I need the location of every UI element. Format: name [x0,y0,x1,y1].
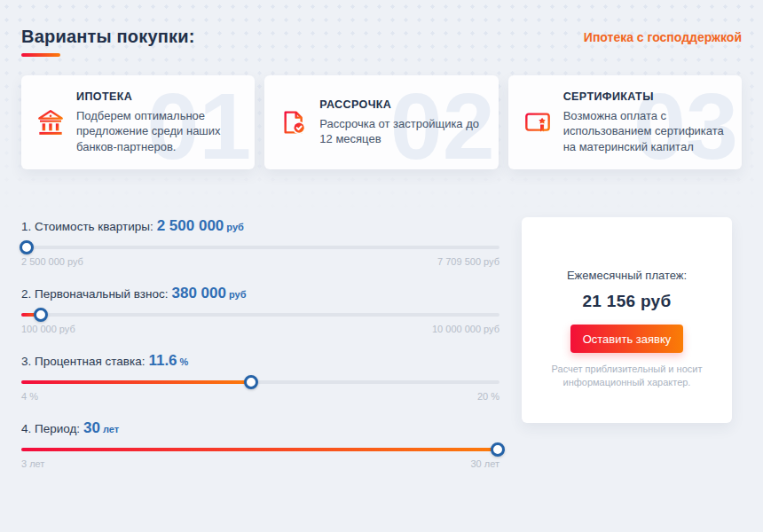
slider-value: 11.6 [148,352,177,369]
card-text: ИПОТЕКА Подберем оптимальное предложение… [76,90,244,153]
slider-handle[interactable] [244,375,258,389]
slider-track-area [21,307,499,323]
slider-unit: % [180,356,189,367]
slider-range-labels: 2 500 000 руб 7 709 500 руб [21,256,499,267]
slider-value: 380 000 [172,285,226,301]
slider-interest-rate: 3. Процентная ставка:11.6% 4 % 20 % [21,352,499,402]
slider-down-payment: 2. Первоначальный взнос:380 000руб 100 0… [21,285,499,334]
slider-max-label: 10 000 000 руб [432,324,499,334]
slider-max-label: 7 709 500 руб [437,256,499,267]
slider-handle[interactable] [34,308,48,322]
mortgage-calculator: 1. Стоимость квартиры:2 500 000руб 2 500… [21,217,742,487]
slider-handle[interactable] [491,442,505,457]
card-title: СЕРТИФИКАТЫ [563,90,731,103]
slider-min-label: 2 500 000 руб [21,256,83,267]
slider-value: 30 [83,419,100,436]
slider-label-text: 2. Первоначальный взнос: [21,287,169,301]
slider-max-label: 30 лет [470,458,499,469]
slider-label-text: 1. Стоимость квартиры: [21,220,153,233]
slider-range-labels: 100 000 руб 10 000 000 руб [21,324,499,334]
card-description: Возможна оплата с использованием сертифи… [563,108,731,153]
slider-loan-period: 4. Период:30лет 3 лет 30 лет [21,419,499,469]
slider-label: 3. Процентная ставка:11.6% [21,352,499,370]
slider-label: 2. Первоначальный взнос:380 000руб [21,285,499,302]
card-title: РАССРОЧКА [319,98,487,111]
slider-track[interactable] [21,380,499,384]
submit-application-button[interactable]: Оставить заявку [570,325,684,353]
slider-min-label: 100 000 руб [21,324,75,334]
slider-handle[interactable] [20,240,34,254]
monthly-payment-card: Ежемесячный платеж: 21 156 руб Оставить … [522,217,732,423]
slider-label: 4. Период:30лет [21,419,499,437]
card-installment[interactable]: 02 РАССРОЧКА Рассрочка от застройщика до… [264,75,498,169]
card-text: СЕРТИФИКАТЫ Возможна оплата с использова… [563,90,731,153]
card-mortgage[interactable]: 01 ИПОТЕКА Подберем оптимальное предложе… [21,75,255,169]
slider-max-label: 20 % [477,391,499,402]
purchase-options-page: Варианты покупки: Ипотека с господдержко… [0,0,763,532]
calculation-disclaimer: Расчет приблизительный и носит информаци… [545,363,709,390]
slider-track-area [21,442,499,458]
document-check-icon [279,108,309,137]
slider-label: 1. Стоимость квартиры:2 500 000руб [21,217,499,235]
page-title-block: Варианты покупки: [21,27,195,57]
slider-label-text: 4. Период: [21,422,80,435]
slider-min-label: 3 лет [21,458,44,469]
card-description: Рассрочка от застройщика до 12 месяцев [319,116,487,146]
slider-track-area [21,374,499,390]
slider-unit: руб [226,222,244,232]
bank-icon [35,108,66,137]
slider-value: 2 500 000 [157,217,224,234]
slider-unit: лет [103,424,119,434]
slider-unit: руб [229,289,247,300]
slider-track[interactable] [21,448,499,451]
slider-label-text: 3. Процентная ставка: [21,355,145,368]
slider-range-labels: 4 % 20 % [21,391,499,402]
card-title: ИПОТЕКА [76,90,244,103]
slider-track[interactable] [21,246,499,249]
page-title: Варианты покупки: [21,27,195,47]
certificate-icon [523,108,553,137]
card-text: РАССРОЧКА Рассрочка от застройщика до 12… [319,98,487,146]
slider-min-label: 4 % [21,391,38,402]
card-certificates[interactable]: 03 СЕРТИФИКАТЫ Возможна оплата с использ… [508,75,742,169]
purchase-option-cards: 01 ИПОТЕКА Подберем оптимальное предложе… [21,75,742,169]
slider-track-area [21,239,499,255]
state-support-mortgage-link[interactable]: Ипотека с господдержкой [584,30,742,44]
monthly-payment-value: 21 156 руб [582,292,671,311]
header: Варианты покупки: Ипотека с господдержко… [21,27,742,57]
title-underline-accent [21,53,60,57]
monthly-payment-label: Ежемесячный платеж: [567,269,687,282]
card-description: Подберем оптимальное предложение среди н… [76,108,244,153]
calculator-sliders: 1. Стоимость квартиры:2 500 000руб 2 500… [21,217,499,487]
slider-apartment-price: 1. Стоимость квартиры:2 500 000руб 2 500… [21,217,499,267]
slider-range-labels: 3 лет 30 лет [21,458,499,469]
slider-track[interactable] [21,313,499,317]
